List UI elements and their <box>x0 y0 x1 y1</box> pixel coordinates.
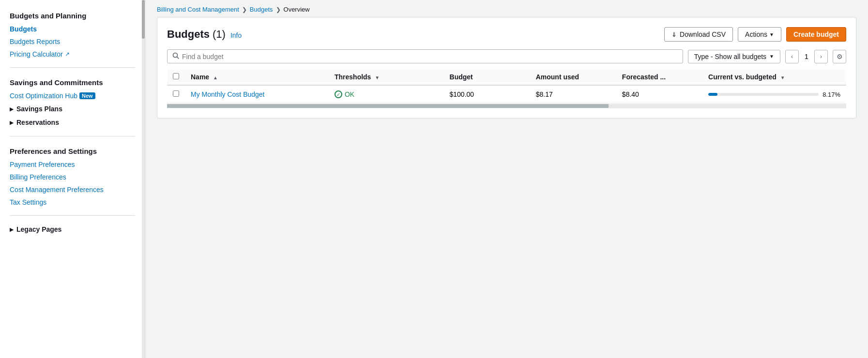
info-link[interactable]: Info <box>230 31 242 39</box>
sidebar-item-cost-optimization-hub[interactable]: Cost Optimization Hub New <box>0 90 145 102</box>
col-header-current-vs-budgeted[interactable]: Current vs. budgeted ▼ <box>702 69 846 85</box>
col-budget-label: Budget <box>450 73 473 81</box>
budget-name-link[interactable]: My Monthly Cost Budget <box>191 90 265 98</box>
sidebar-item-legacy-pages[interactable]: ▶ Legacy Pages <box>0 223 145 236</box>
sidebar: Budgets and Planning Budgets Budgets Rep… <box>0 0 145 358</box>
create-budget-button[interactable]: Create budget <box>786 27 846 42</box>
col-amount-used-label: Amount used <box>536 73 579 81</box>
row-budget-cell: $100.00 <box>444 85 530 104</box>
filter-label: Type - Show all budgets <box>694 53 766 60</box>
table-row: My Monthly Cost Budget ✓ OK $100.00 $8.1… <box>167 85 846 104</box>
row-amount-used-cell: $8.17 <box>530 85 616 104</box>
row-forecasted-cell: $8.40 <box>616 85 702 104</box>
settings-icon: ⚙ <box>837 53 843 60</box>
create-budget-label: Create budget <box>793 30 839 38</box>
col-thresholds-sort-icon: ▼ <box>375 75 380 80</box>
breadcrumb-sep-2: ❯ <box>276 6 281 13</box>
horizontal-scroll-cell <box>167 104 846 108</box>
col-header-forecasted: Forecasted ... <box>616 69 702 85</box>
toolbar: Type - Show all budgets ▼ ‹ 1 › ⚙ <box>167 49 846 63</box>
new-badge: New <box>79 92 95 99</box>
col-thresholds-label: Thresholds <box>335 73 371 81</box>
reservations-arrow-icon: ▶ <box>10 120 14 125</box>
search-icon <box>172 52 179 60</box>
sidebar-item-billing-preferences[interactable]: Billing Preferences <box>0 171 145 183</box>
panel-count: (1) <box>213 28 226 41</box>
sidebar-item-budgets[interactable]: Budgets <box>0 23 145 35</box>
col-current-vs-budgeted-sort-icon: ▼ <box>780 75 785 80</box>
progress-container: 8.17% <box>708 91 840 98</box>
horizontal-scroll-row <box>167 104 846 108</box>
search-input[interactable] <box>182 53 678 60</box>
divider-3 <box>10 215 135 216</box>
external-link-icon: ↗ <box>65 51 70 58</box>
page-number: 1 <box>801 53 812 60</box>
sidebar-item-savings-plans[interactable]: ▶ Savings Plans <box>0 102 145 116</box>
breadcrumb-sep-1: ❯ <box>242 6 247 13</box>
pricing-calculator-label: Pricing Calculator <box>10 50 63 58</box>
main-content: Billing and Cost Management ❯ Budgets ❯ … <box>145 0 868 358</box>
amount-used-value: $8.17 <box>536 90 553 98</box>
col-name-label: Name <box>191 73 209 81</box>
panel-title-text: Budgets <box>167 28 210 41</box>
progress-label: 8.17% <box>822 91 840 98</box>
actions-label: Actions <box>745 30 767 38</box>
savings-plans-arrow-icon: ▶ <box>10 106 14 112</box>
budgets-panel: Budgets (1) Info ⇓ Download CSV Actions … <box>157 17 856 119</box>
divider-2 <box>10 136 135 136</box>
actions-chevron-icon: ▼ <box>769 32 774 37</box>
search-box[interactable] <box>167 49 683 63</box>
reservations-label: Reservations <box>16 119 59 126</box>
panel-actions: ⇓ Download CSV Actions ▼ Create budget <box>664 27 846 42</box>
filter-chevron-icon: ▼ <box>769 54 774 59</box>
legacy-pages-label: Legacy Pages <box>16 225 61 233</box>
horizontal-scrollbar[interactable] <box>167 104 846 108</box>
ok-label: OK <box>345 90 354 98</box>
download-csv-icon: ⇓ <box>671 31 677 38</box>
sidebar-item-payment-preferences[interactable]: Payment Preferences <box>0 158 145 171</box>
sidebar-item-tax-settings[interactable]: Tax Settings <box>0 196 145 209</box>
col-header-thresholds[interactable]: Thresholds ▼ <box>329 69 444 85</box>
row-checkbox[interactable] <box>173 90 179 97</box>
budget-value: $100.00 <box>450 90 474 98</box>
progress-bar-fill <box>708 93 717 96</box>
breadcrumb-budgets[interactable]: Budgets <box>250 6 273 13</box>
sidebar-scrollbar-thumb[interactable] <box>142 0 145 39</box>
sidebar-item-cost-management-preferences[interactable]: Cost Management Preferences <box>0 183 145 196</box>
savings-section-title: Savings and Commitments <box>0 75 145 90</box>
col-current-vs-budgeted-label: Current vs. budgeted <box>708 73 777 81</box>
forecasted-value: $8.40 <box>622 90 639 98</box>
pagination-controls: ‹ 1 › <box>785 50 828 63</box>
col-header-budget: Budget <box>444 69 530 85</box>
download-csv-label: Download CSV <box>680 30 726 38</box>
divider-1 <box>10 67 135 68</box>
row-threshold-cell: ✓ OK <box>329 85 444 104</box>
table-settings-button[interactable]: ⚙ <box>833 50 846 63</box>
col-forecasted-label: Forecasted ... <box>622 73 666 81</box>
download-csv-button[interactable]: ⇓ Download CSV <box>664 27 733 42</box>
horizontal-scrollbar-thumb[interactable] <box>167 104 609 108</box>
next-page-button[interactable]: › <box>814 50 828 63</box>
sidebar-item-budgets-reports[interactable]: Budgets Reports <box>0 35 145 48</box>
app-title: Budgets and Planning <box>0 8 145 23</box>
filter-dropdown[interactable]: Type - Show all budgets ▼ <box>688 50 780 63</box>
col-header-name[interactable]: Name ▲ <box>185 69 329 85</box>
panel-title-group: Budgets (1) Info <box>167 28 242 41</box>
sidebar-item-reservations[interactable]: ▶ Reservations <box>0 116 145 129</box>
panel-header: Budgets (1) Info ⇓ Download CSV Actions … <box>167 27 846 42</box>
sidebar-item-pricing-calculator[interactable]: Pricing Calculator ↗ <box>0 48 145 60</box>
row-current-vs-budgeted-cell: 8.17% <box>702 85 846 104</box>
sidebar-scrollbar-track[interactable] <box>142 0 145 358</box>
select-all-checkbox[interactable] <box>173 73 179 79</box>
col-header-amount-used: Amount used <box>530 69 616 85</box>
breadcrumb-overview: Overview <box>284 6 310 13</box>
actions-button[interactable]: Actions ▼ <box>738 27 781 42</box>
col-header-checkbox <box>167 69 185 85</box>
svg-line-1 <box>177 57 179 59</box>
row-checkbox-cell <box>167 85 185 104</box>
breadcrumb-billing[interactable]: Billing and Cost Management <box>157 6 239 13</box>
cost-opt-label: Cost Optimization Hub <box>10 92 77 100</box>
prev-page-button[interactable]: ‹ <box>785 50 799 63</box>
legacy-pages-arrow-icon: ▶ <box>10 227 14 232</box>
savings-plans-label: Savings Plans <box>16 105 62 113</box>
